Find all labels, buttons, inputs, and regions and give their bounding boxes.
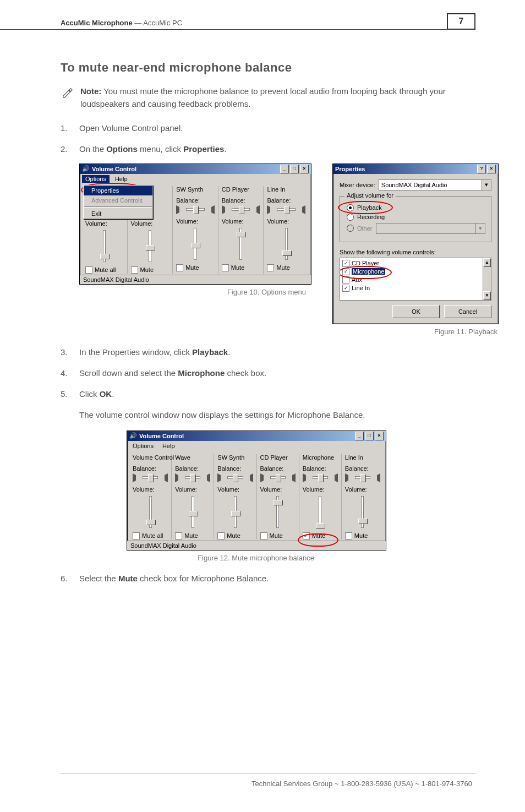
mixer-col-2: SW Synth Balance: Volume: Mute — [173, 186, 218, 274]
step-6: 6. Select the Mute check box for Microph… — [61, 572, 472, 585]
vol-slider[interactable] — [319, 496, 321, 528]
menu-options[interactable]: Options — [82, 175, 110, 183]
ok-button[interactable]: OK — [392, 305, 440, 318]
check-linein[interactable]: ✓ — [342, 285, 349, 292]
step-2-mid: menu, click — [138, 144, 183, 154]
bal-slider[interactable] — [143, 476, 158, 479]
mute-checkbox[interactable] — [260, 532, 267, 539]
bal-label-2: Balance: — [176, 197, 215, 204]
vol-slider-1[interactable] — [149, 230, 151, 262]
step-6-num: 6. — [61, 572, 70, 585]
mute-checkbox[interactable] — [175, 532, 182, 539]
bal-label-4: Balance: — [267, 197, 305, 204]
fig12-title: Volume Control — [139, 433, 184, 439]
vol-label-1: Volume: — [131, 220, 169, 227]
step-2-b2: Properties — [183, 144, 224, 154]
vol-slider-4[interactable] — [285, 228, 288, 260]
step-4-prefix: Scroll down and select the — [79, 368, 178, 378]
mute-checkbox-2[interactable] — [176, 264, 183, 271]
mixer-device-dropdown[interactable]: SoundMAX Digital Audio ▾ — [379, 179, 491, 190]
mute-checkbox-1[interactable] — [131, 266, 138, 274]
speaker-right-icon — [159, 473, 168, 482]
step-1-text: Open Volume Control panel. — [79, 122, 183, 135]
fig12-status: SoundMAX Digital Audio — [127, 541, 386, 550]
maximize-button[interactable]: □ — [365, 432, 374, 440]
menu-help[interactable]: Help — [112, 175, 131, 183]
vol-slider[interactable] — [361, 496, 364, 528]
check-aux[interactable] — [342, 276, 349, 284]
close-button[interactable]: × — [487, 165, 496, 173]
step-5-b: OK — [100, 389, 112, 399]
mute-checkbox[interactable] — [217, 532, 225, 539]
maximize-button[interactable]: □ — [290, 165, 299, 173]
other-dropdown: ▾ — [376, 223, 485, 234]
step-2: 2. On the Options menu, click Properties… — [61, 143, 472, 156]
close-button[interactable]: × — [300, 165, 309, 173]
bal-slider[interactable] — [270, 476, 286, 479]
mute-all-checkbox[interactable] — [85, 266, 92, 274]
vol-slider-3[interactable] — [239, 228, 242, 260]
fig11-window: Properties ? × Mixer device: SoundMAX Di… — [332, 164, 499, 324]
note-pen-icon — [61, 85, 75, 103]
vol-slider[interactable] — [149, 496, 152, 528]
minimize-button[interactable]: _ — [355, 432, 364, 440]
bal-slider[interactable] — [313, 476, 328, 479]
close-button[interactable]: × — [375, 432, 384, 440]
dropdown-advanced[interactable]: Advanced Controls — [84, 195, 152, 205]
mute-label-3: Mute — [231, 264, 244, 271]
dropdown-caret-icon: ▾ — [482, 180, 491, 190]
bal-slider-2[interactable] — [186, 208, 205, 211]
bal-slider-3[interactable] — [232, 208, 250, 211]
bal-label: Balance: — [175, 465, 210, 472]
volume-controls-list[interactable]: ✓CD Player ✓Microphone Aux ✓Line In ▲ ▼ — [340, 258, 491, 301]
speaker-left-icon — [176, 205, 185, 214]
col-name-3: CD Player — [222, 186, 260, 193]
vol-slider-0[interactable] — [103, 230, 106, 262]
step-6-b: Mute — [118, 574, 138, 583]
vol-slider[interactable] — [234, 496, 237, 528]
vol-slider[interactable] — [276, 496, 279, 528]
mute-checkbox[interactable] — [133, 532, 140, 539]
dropdown-caret-icon: ▾ — [475, 224, 485, 233]
list-scrollbar[interactable]: ▲ ▼ — [483, 258, 491, 300]
bal-label: Balance: — [133, 465, 168, 472]
radio-recording-label: Recording — [357, 214, 385, 220]
dropdown-exit[interactable]: Exit — [84, 209, 152, 219]
radio-playback[interactable] — [347, 204, 354, 211]
mute-checkbox[interactable]: ✓ — [303, 532, 310, 539]
check-microphone[interactable]: ✓ — [342, 268, 349, 275]
mute-label-1: Mute — [140, 266, 154, 273]
radio-playback-row[interactable]: Playback — [347, 204, 485, 211]
fig10-window: 🔊 Volume Control _ □ × Options Help Prop… — [79, 164, 311, 285]
mute-checkbox[interactable] — [345, 532, 352, 539]
vol-slider[interactable] — [192, 496, 194, 528]
bal-slider[interactable] — [185, 476, 200, 479]
speaker-right-icon — [297, 205, 305, 214]
scroll-up-icon[interactable]: ▲ — [483, 258, 491, 267]
step-4: 4. Scroll down and select the Microphone… — [61, 367, 472, 380]
bal-slider-4[interactable] — [277, 208, 296, 211]
note-block: Note: You must mute the microphone balan… — [61, 85, 472, 111]
radio-recording[interactable] — [347, 214, 354, 221]
bal-slider[interactable] — [355, 476, 370, 479]
vol-label-3: Volume: — [222, 218, 260, 225]
mute-checkbox-3[interactable] — [222, 264, 229, 271]
menu-options[interactable]: Options — [129, 442, 157, 450]
minimize-button[interactable]: _ — [280, 165, 289, 173]
col-name: CD Player — [260, 454, 296, 461]
product-name-bold: AccuMic Microphone — [61, 19, 133, 27]
vol-slider-2[interactable] — [194, 228, 196, 260]
mute-checkbox-4[interactable] — [267, 264, 274, 271]
fig12-caption: Figure 12. Mute microphone balance — [127, 554, 385, 562]
speaker-left-icon — [133, 473, 141, 482]
cancel-button[interactable]: Cancel — [444, 305, 491, 318]
speaker-left-icon — [260, 473, 269, 482]
bal-label: Balance: — [260, 465, 296, 472]
check-cdplayer[interactable]: ✓ — [342, 260, 349, 267]
dropdown-properties[interactable]: Properties — [84, 186, 152, 195]
help-button[interactable]: ? — [477, 165, 486, 173]
bal-slider[interactable] — [227, 476, 243, 479]
radio-recording-row[interactable]: Recording — [347, 214, 485, 221]
scroll-down-icon[interactable]: ▼ — [483, 291, 491, 300]
menu-help[interactable]: Help — [159, 442, 178, 450]
